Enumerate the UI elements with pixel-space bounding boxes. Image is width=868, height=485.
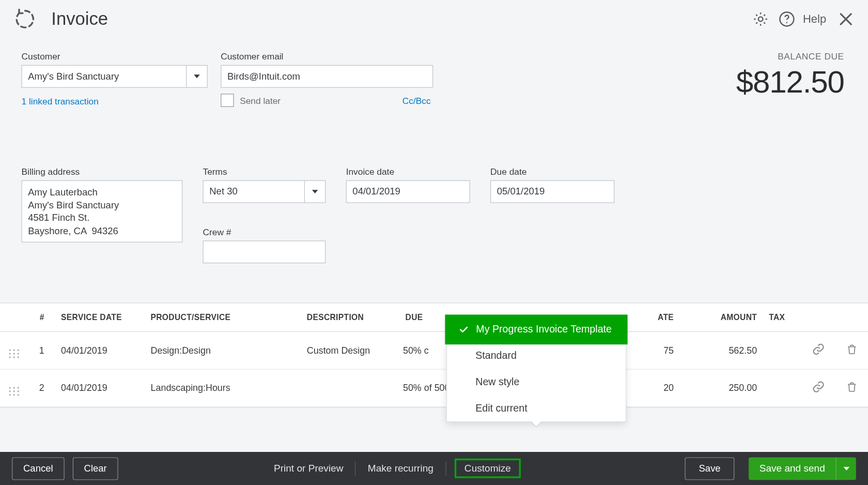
clear-button[interactable]: Clear: [73, 457, 118, 480]
billing-address-field[interactable]: Amy Lauterbach Amy's Bird Sanctuary 4581…: [22, 180, 183, 243]
customer-select[interactable]: Amy's Bird Sanctuary: [22, 65, 208, 88]
row-description[interactable]: [301, 369, 399, 407]
col-service-date: SERVICE DATE: [55, 304, 145, 332]
divider: [445, 461, 446, 476]
row-rate[interactable]: 20: [622, 369, 679, 407]
trash-icon[interactable]: [836, 331, 868, 369]
email-field[interactable]: [221, 65, 433, 88]
table-row[interactable]: 1 04/01/2019 Design:Design Custom Design…: [0, 331, 868, 369]
popup-arrow-icon: [530, 421, 542, 428]
save-and-send-button[interactable]: Save and send: [749, 457, 856, 480]
row-index: 1: [28, 331, 55, 369]
divider: [355, 461, 356, 476]
template-option[interactable]: New style: [447, 369, 626, 396]
template-option[interactable]: Edit current: [447, 395, 626, 421]
customize-template-menu: My Progress Invoice Template Standard Ne…: [446, 316, 627, 422]
make-recurring-button[interactable]: Make recurring: [364, 463, 437, 474]
chevron-down-icon[interactable]: [836, 457, 856, 480]
customize-button[interactable]: Customize: [454, 459, 521, 478]
row-description[interactable]: Custom Design: [301, 331, 399, 369]
gear-icon[interactable]: [750, 9, 770, 29]
col-index: #: [28, 304, 55, 332]
drag-handle-icon[interactable]: [0, 369, 28, 407]
balance-due-label: BALANCE DUE: [736, 51, 844, 62]
invoice-date-field[interactable]: [346, 180, 470, 203]
row-rate[interactable]: 75: [622, 331, 679, 369]
check-icon: [458, 324, 470, 335]
col-tax: TAX: [763, 304, 801, 332]
terms-select[interactable]: Net 30: [203, 180, 326, 203]
page-title: Invoice: [51, 9, 750, 29]
footer-bar: Cancel Clear Print or Preview Make recur…: [0, 452, 868, 485]
balance-due-amount: $812.50: [736, 64, 844, 100]
chevron-down-icon[interactable]: [304, 180, 326, 203]
svg-point-0: [758, 17, 763, 22]
link-icon[interactable]: [801, 369, 836, 407]
customer-label: Customer: [22, 51, 208, 62]
due-date-label: Due date: [490, 166, 614, 177]
template-option-label: Standard: [475, 350, 517, 362]
link-icon[interactable]: [801, 331, 836, 369]
row-tax[interactable]: [763, 331, 801, 369]
crew-field[interactable]: [203, 240, 326, 263]
customer-value: Amy's Bird Sanctuary: [22, 65, 187, 88]
row-service-date[interactable]: 04/01/2019: [55, 331, 145, 369]
row-amount[interactable]: 562.50: [680, 331, 763, 369]
billing-address-label: Billing address: [22, 166, 183, 177]
row-service-date[interactable]: 04/01/2019: [55, 369, 145, 407]
col-rate: ATE: [622, 304, 679, 332]
row-tax[interactable]: [763, 369, 801, 407]
invoice-date-label: Invoice date: [346, 166, 470, 177]
col-product-service: PRODUCT/SERVICE: [145, 304, 301, 332]
terms-label: Terms: [203, 166, 326, 177]
drag-handle-icon[interactable]: [0, 331, 28, 369]
chevron-down-icon[interactable]: [186, 65, 208, 88]
col-description: DESCRIPTION: [301, 304, 399, 332]
due-date-field[interactable]: [490, 180, 614, 203]
linked-transaction-link[interactable]: 1 linked transaction: [22, 96, 99, 107]
send-later-checkbox[interactable]: [221, 94, 234, 107]
col-amount: AMOUNT: [680, 304, 763, 332]
terms-value: Net 30: [203, 180, 304, 203]
template-option-selected[interactable]: My Progress Invoice Template: [445, 315, 627, 344]
table-row[interactable]: 2 04/01/2019 Landscaping:Hours 50% of 50…: [0, 369, 868, 407]
send-later-label: Send later: [240, 95, 281, 105]
help-label[interactable]: Help: [803, 12, 826, 25]
row-product[interactable]: Design:Design: [145, 331, 301, 369]
cancel-button[interactable]: Cancel: [12, 457, 64, 480]
template-option-label: My Progress Invoice Template: [476, 324, 612, 336]
template-option-label: Edit current: [475, 402, 527, 414]
save-and-send-label: Save and send: [749, 463, 836, 474]
template-option[interactable]: Standard: [447, 343, 626, 369]
close-icon[interactable]: [836, 9, 856, 29]
svg-point-2: [786, 22, 787, 23]
crew-label: Crew #: [203, 227, 326, 237]
help-icon[interactable]: [777, 9, 797, 29]
invoice-cycle-icon: [13, 7, 37, 31]
trash-icon[interactable]: [836, 369, 868, 407]
template-option-label: New style: [475, 376, 519, 388]
row-amount[interactable]: 250.00: [680, 369, 763, 407]
save-button[interactable]: Save: [685, 457, 734, 480]
row-product[interactable]: Landscaping:Hours: [145, 369, 301, 407]
row-index: 2: [28, 369, 55, 407]
cc-bcc-link[interactable]: Cc/Bcc: [402, 95, 431, 105]
print-preview-button[interactable]: Print or Preview: [270, 463, 347, 474]
email-label: Customer email: [221, 51, 433, 62]
